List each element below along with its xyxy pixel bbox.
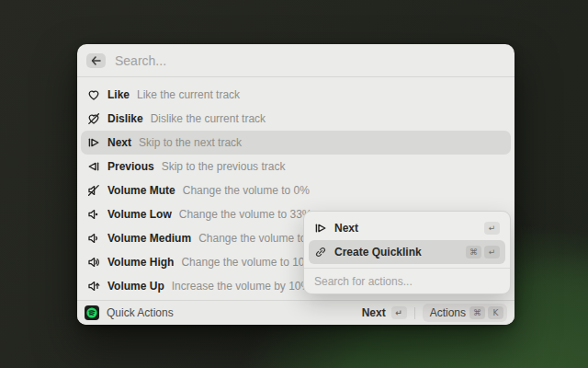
speaker-up-icon bbox=[87, 280, 100, 293]
list-item-previous[interactable]: PreviousSkip to the previous track bbox=[81, 155, 511, 178]
actions-menu-button[interactable]: Actions ⌘ K bbox=[423, 304, 507, 322]
heart-icon bbox=[87, 88, 100, 101]
key-badge: ⌘ bbox=[466, 246, 481, 259]
actions-menu-label: Actions bbox=[430, 306, 466, 319]
command-palette-window: LikeLike the current trackDislikeDislike… bbox=[77, 44, 514, 325]
item-title: Next bbox=[107, 136, 131, 149]
item-subtitle: Change the volume to 33% bbox=[179, 208, 312, 221]
item-title: Volume Low bbox=[107, 208, 172, 221]
enter-key-badge: ↵ bbox=[391, 306, 407, 319]
link-icon bbox=[314, 246, 327, 259]
item-title: Like bbox=[107, 88, 130, 101]
action-label: Next bbox=[334, 222, 477, 235]
skip-forward-icon bbox=[87, 136, 100, 149]
list-item-dislike[interactable]: DislikeDislike the current track bbox=[81, 107, 511, 131]
item-title: Volume High bbox=[107, 256, 174, 269]
search-input[interactable] bbox=[115, 53, 505, 68]
search-bar bbox=[77, 44, 514, 77]
skip-back-icon bbox=[87, 160, 100, 173]
desktop-wallpaper: LikeLike the current trackDislikeDislike… bbox=[0, 0, 588, 368]
heart-slash-icon bbox=[87, 112, 100, 125]
spotify-icon bbox=[85, 305, 99, 320]
item-title: Previous bbox=[107, 160, 154, 173]
item-subtitle: Increase the volume by 10% bbox=[172, 280, 311, 293]
action-keys: ↵ bbox=[484, 222, 500, 235]
arrow-left-icon bbox=[91, 56, 101, 65]
item-title: Volume Medium bbox=[107, 232, 191, 245]
item-subtitle: Change the volume to 100% bbox=[181, 256, 320, 269]
item-subtitle: Skip to the previous track bbox=[162, 160, 286, 173]
skip-forward-icon bbox=[314, 222, 327, 235]
item-subtitle: Like the current track bbox=[137, 88, 240, 101]
actions-panel-items: Next↵Create Quicklink⌘↵ bbox=[309, 216, 505, 264]
back-button[interactable] bbox=[86, 53, 106, 68]
speaker-high-icon bbox=[87, 256, 100, 269]
list-item-next[interactable]: NextSkip to the next track bbox=[81, 131, 511, 155]
actions-panel: Next↵Create Quicklink⌘↵ Search for actio… bbox=[303, 211, 511, 294]
app-chip: Quick Actions bbox=[85, 305, 174, 320]
item-subtitle: Change the volume to 0% bbox=[183, 184, 310, 197]
speaker-medium-icon bbox=[87, 232, 100, 245]
action-item-create-quicklink[interactable]: Create Quicklink⌘↵ bbox=[309, 240, 505, 264]
footer-bar: Quick Actions Next ↵ Actions ⌘ K bbox=[77, 300, 514, 325]
list-item-like[interactable]: LikeLike the current track bbox=[81, 83, 511, 107]
k-key-badge: K bbox=[488, 306, 503, 319]
footer-app-label: Quick Actions bbox=[107, 306, 174, 319]
item-title: Volume Mute bbox=[107, 184, 175, 197]
speaker-mute-icon bbox=[87, 184, 100, 197]
item-subtitle: Dislike the current track bbox=[151, 112, 266, 125]
speaker-low-icon bbox=[87, 208, 100, 221]
action-item-next[interactable]: Next↵ bbox=[309, 216, 505, 240]
primary-action-button[interactable]: Next ↵ bbox=[362, 306, 407, 319]
primary-action-label: Next bbox=[362, 306, 386, 319]
key-badge: ↵ bbox=[484, 222, 500, 235]
item-title: Dislike bbox=[107, 112, 143, 125]
actions-menu-keys: ⌘ K bbox=[469, 306, 503, 319]
action-keys: ⌘↵ bbox=[466, 246, 500, 259]
item-title: Volume Up bbox=[107, 280, 164, 293]
command-key-badge: ⌘ bbox=[469, 306, 485, 319]
actions-search-input[interactable]: Search for actions... bbox=[309, 269, 505, 293]
footer-separator bbox=[414, 307, 415, 319]
list-item-volume-mute[interactable]: Volume MuteChange the volume to 0% bbox=[81, 178, 511, 202]
action-label: Create Quicklink bbox=[334, 246, 458, 259]
item-subtitle: Skip to the next track bbox=[139, 136, 242, 149]
key-badge: ↵ bbox=[484, 246, 500, 259]
